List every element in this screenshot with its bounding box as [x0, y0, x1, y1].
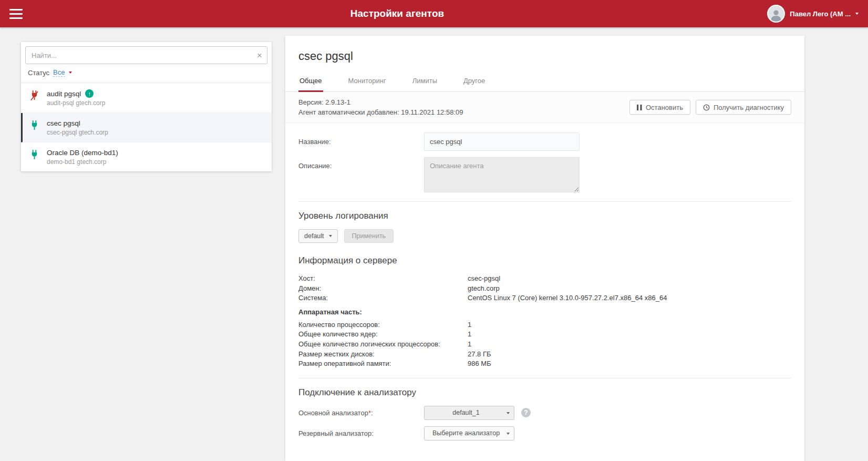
agent-added-date: Агент автоматически добавлен: 19.11.2021… — [298, 107, 463, 117]
info-row-host: Хост: csec-pgsql — [298, 274, 791, 284]
info-label: Хост: — [298, 274, 468, 284]
info-row-core-count: Общее количество ядер: 1 — [298, 330, 791, 340]
backup-analyzer-dropdown[interactable]: Выберите анализатор — [424, 426, 514, 440]
agent-search: × — [25, 46, 267, 64]
hardware-title: Аппаратная часть: — [285, 308, 804, 316]
agent-list-item-audit-pgsql[interactable]: audit pgsql ↑ audit-psql gtech.corp — [21, 83, 272, 113]
chevron-down-icon — [855, 13, 859, 15]
agent-list-item-oracle-db[interactable]: Oracle DB (demo-bd1) demo-bd1 gtech.corp — [21, 142, 272, 171]
info-value: CentOS Linux 7 (Core) kernel 3.10.0-957.… — [468, 293, 667, 303]
backup-analyzer-label: Резервный анализатор: — [298, 429, 424, 437]
agent-name-input[interactable] — [424, 132, 580, 151]
tab-other[interactable]: Другое — [462, 74, 486, 91]
info-row-logical-cpu-count: Общее количество логических процессоров:… — [298, 340, 791, 350]
agent-meta-lines: Версия: 2.9.13-1 Агент автоматически доб… — [298, 97, 463, 117]
caret-down-icon — [507, 433, 510, 435]
server-info-title: Информация о сервере — [285, 255, 804, 266]
info-row-ram-size: Размер оперативной памяти: 986 МБ — [298, 359, 791, 369]
info-value: 1 — [468, 340, 471, 350]
info-row-domain: Домен: gtech.corp — [298, 284, 791, 294]
agent-action-buttons: Остановить Получить диагностику — [629, 100, 791, 115]
tab-general[interactable]: Общее — [298, 74, 323, 91]
agent-version: Версия: 2.9.13-1 — [298, 97, 463, 107]
top-header: Настройки агентов Павел Лего (АМ ... — [0, 0, 868, 27]
logging-section-title: Уровень логирования — [285, 211, 804, 221]
info-row-disk-size: Размер жестких дисков: 27.8 ГБ — [298, 350, 791, 360]
agent-list-item-csec-pgsql[interactable]: csec pgsql csec-pgsql gtech.corp — [21, 113, 272, 142]
server-info-section: Информация о сервере Хост: csec-pgsql До… — [285, 255, 804, 369]
user-icon — [769, 8, 783, 22]
hamburger-icon — [9, 9, 23, 11]
stop-agent-label: Остановить — [646, 104, 683, 111]
primary-analyzer-label: Основной анализатор*: — [298, 409, 424, 417]
info-value: 1 — [468, 320, 471, 330]
status-filter: Статус Все — [21, 66, 272, 83]
apply-log-level-button[interactable]: Применить — [344, 229, 394, 243]
plug-connected-icon — [30, 120, 38, 133]
tab-monitoring[interactable]: Мониторинг — [347, 74, 387, 91]
description-label: Описание: — [298, 157, 424, 170]
info-value: 27.8 ГБ — [468, 350, 491, 360]
agent-name: Oracle DB (demo-bd1) — [47, 149, 118, 157]
page-title: Настройки агентов — [350, 8, 444, 19]
analyzer-section: Подключение к анализатору Основной анали… — [285, 387, 804, 440]
agent-subtitle: audit-psql gtech.corp — [47, 99, 105, 107]
info-label: Размер оперативной памяти: — [298, 359, 468, 369]
avatar — [767, 5, 785, 23]
diagnostics-clock-icon — [703, 104, 710, 111]
info-label: Общее количество логических процессоров: — [298, 340, 468, 350]
divider — [298, 378, 791, 378]
info-label: Количество процессоров: — [298, 320, 468, 330]
agent-meta: audit pgsql ↑ audit-psql gtech.corp — [47, 89, 105, 107]
info-value: gtech.corp — [468, 284, 500, 294]
analyzer-section-title: Подключение к анализатору — [285, 387, 804, 398]
tab-limits[interactable]: Лимиты — [411, 74, 438, 91]
agent-name: csec pgsql — [47, 119, 80, 127]
agent-meta: csec pgsql csec-pgsql gtech.corp — [47, 119, 108, 136]
help-icon[interactable]: ? — [521, 408, 531, 417]
agent-form: Название: Описание: — [285, 123, 804, 192]
search-input[interactable] — [25, 46, 267, 64]
caret-down-icon — [69, 71, 72, 74]
info-row-system: Система: CentOS Linux 7 (Core) kernel 3.… — [298, 293, 791, 303]
info-value: 1 — [468, 330, 471, 340]
agent-details-panel: csec pgsql Общее Мониторинг Лимиты Друго… — [285, 36, 804, 461]
agent-meta: Oracle DB (demo-bd1) demo-bd1 gtech.corp — [47, 149, 118, 166]
tabs-bar: Общее Мониторинг Лимиты Другое — [285, 63, 804, 92]
update-available-icon: ↑ — [85, 89, 94, 98]
divider — [298, 201, 791, 202]
info-label: Размер жестких дисков: — [298, 350, 468, 360]
info-label: Общее количество ядер: — [298, 330, 468, 340]
log-level-dropdown[interactable]: default — [298, 229, 338, 243]
info-row-cpu-count: Количество процессоров: 1 — [298, 320, 791, 330]
backup-analyzer-value: Выберите анализатор — [432, 429, 500, 437]
agent-subtitle: csec-pgsql gtech.corp — [47, 129, 108, 136]
agent-meta-bar: Версия: 2.9.13-1 Агент автоматически доб… — [285, 92, 804, 123]
agent-name: audit pgsql — [47, 90, 81, 98]
get-diagnostics-label: Получить диагностику — [714, 104, 784, 111]
primary-analyzer-dropdown[interactable]: default_1 — [424, 406, 514, 420]
info-label: Система: — [298, 293, 468, 303]
agent-subtitle: demo-bd1 gtech.corp — [47, 158, 118, 166]
plug-disconnected-icon — [30, 90, 38, 103]
status-filter-value[interactable]: Все — [53, 68, 65, 77]
logging-section: Уровень логирования default Применить — [285, 211, 804, 243]
primary-analyzer-value: default_1 — [452, 409, 479, 416]
agent-description-textarea[interactable] — [424, 157, 580, 192]
agent-list: audit pgsql ↑ audit-psql gtech.corp csec… — [21, 83, 272, 171]
plug-connected-icon — [30, 150, 38, 162]
info-label: Домен: — [298, 284, 468, 294]
log-level-value: default — [304, 232, 324, 240]
get-diagnostics-button[interactable]: Получить диагностику — [696, 100, 791, 115]
pause-icon — [637, 105, 642, 110]
caret-down-icon — [329, 235, 332, 237]
stop-agent-button[interactable]: Остановить — [629, 100, 690, 115]
name-label: Название: — [298, 138, 424, 146]
caret-down-icon — [507, 412, 510, 414]
user-name: Павел Лего (АМ ... — [790, 10, 851, 18]
user-menu[interactable]: Павел Лего (АМ ... — [767, 5, 859, 23]
agents-sidebar: × Статус Все audit pgsql ↑ a — [21, 42, 272, 171]
clear-search-icon[interactable]: × — [257, 51, 262, 60]
menu-button[interactable] — [9, 9, 23, 19]
agent-title: csec pgsql — [285, 36, 804, 63]
